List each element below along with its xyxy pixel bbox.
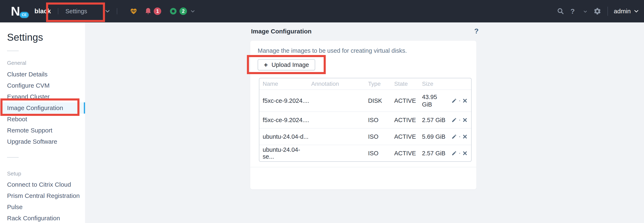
action-separator-dot — [459, 100, 460, 101]
help-chevron-down-icon[interactable] — [584, 10, 587, 13]
topbar: N CE black Settings 1 — [0, 0, 644, 23]
image-type: ISO — [368, 150, 394, 157]
user-chevron-down-icon — [634, 10, 638, 13]
delete-x-icon[interactable] — [462, 134, 468, 139]
image-type: ISO — [368, 133, 394, 140]
upload-button-label: Upload Image — [272, 62, 309, 68]
health-heart-icon[interactable] — [130, 8, 138, 15]
nav-dropdown-label: Settings — [65, 8, 87, 15]
column-header-size: Size — [422, 81, 448, 87]
help-question-icon[interactable]: ? — [570, 7, 575, 15]
topbar-divider — [608, 7, 608, 16]
sidebar-item-remote-support[interactable]: Remote Support — [0, 125, 85, 136]
sidebar-item-connect-to-citrix-cloud[interactable]: Connect to Citrix Cloud — [0, 179, 85, 190]
sidebar-item-prism-central-registration[interactable]: Prism Central Registration — [0, 190, 85, 201]
image-state: ACTIVE — [394, 133, 422, 140]
community-edition-badge: CE — [20, 12, 29, 18]
table-row: ubuntu-24.04-se... ISO ACTIVE 2.57 GiB — [259, 145, 471, 161]
sidebar-item-configure-cvm[interactable]: Configure CVM — [0, 80, 85, 91]
sidebar-item-reboot[interactable]: Reboot — [0, 114, 85, 125]
nutanix-logo[interactable]: N CE — [11, 4, 30, 19]
image-state: ACTIVE — [394, 97, 422, 104]
sidebar-divider — [7, 157, 19, 158]
image-name: ubuntu-24.04-se... — [259, 146, 311, 160]
plus-icon: + — [264, 62, 268, 68]
tasks-count-badge[interactable]: 2 — [180, 8, 187, 15]
image-state: ACTIVE — [394, 150, 422, 157]
card-description: Manage the images to be used for creatin… — [258, 47, 476, 54]
tasks-ring-icon[interactable] — [170, 8, 177, 15]
sidebar-item-expand-cluster[interactable]: Expand Cluster — [0, 91, 85, 102]
column-header-annotation: Annotation — [311, 81, 368, 87]
column-header-type: Type — [368, 81, 394, 87]
upload-image-button[interactable]: + Upload Image — [258, 59, 315, 70]
image-name: f5xc-ce-9.2024.... — [259, 97, 311, 104]
table-row: ubuntu-24.04-d... ISO ACTIVE 5.69 GiB — [259, 128, 471, 145]
image-type: ISO — [368, 117, 394, 124]
image-size: 2.57 GiB — [422, 149, 448, 157]
image-name: f5xc-ce-9.2024.... — [259, 117, 311, 124]
search-icon[interactable] — [557, 8, 564, 15]
edit-pencil-icon[interactable] — [452, 117, 457, 123]
image-type: DISK — [368, 97, 394, 104]
user-menu[interactable]: admin — [614, 8, 638, 15]
delete-x-icon[interactable] — [462, 98, 468, 103]
sidebar-item-pulse[interactable]: Pulse — [0, 201, 85, 213]
action-separator-dot — [459, 120, 460, 121]
sidebar-item-cluster-details[interactable]: Cluster Details — [0, 69, 85, 80]
table-row: f5xc-ce-9.2024.... DISK ACTIVE 43.95 GiB — [259, 90, 471, 112]
table-header-row: Name Annotation Type State Size — [259, 78, 471, 90]
delete-x-icon[interactable] — [462, 118, 468, 122]
sidebar-section-general: General — [7, 60, 85, 66]
sidebar-item-image-configuration[interactable]: Image Configuration — [0, 102, 85, 114]
settings-sidebar: Settings General Cluster Details Configu… — [0, 23, 85, 223]
alerts-bell-icon[interactable] — [144, 7, 152, 15]
sidebar-divider — [7, 51, 19, 51]
column-header-name: Name — [259, 81, 311, 87]
action-separator-dot — [459, 136, 460, 137]
gear-icon[interactable] — [594, 7, 601, 15]
image-configuration-card: Manage the images to be used for creatin… — [250, 41, 476, 189]
sidebar-item-rack-configuration[interactable]: Rack Configuration — [0, 213, 85, 223]
alerts-count-badge[interactable]: 1 — [154, 8, 161, 15]
page-help-icon[interactable]: ? — [474, 27, 479, 35]
delete-x-icon[interactable] — [462, 151, 468, 156]
table-row: f5xc-ce-9.2024.... ISO ACTIVE 2.57 GiB — [259, 112, 471, 128]
action-separator-dot — [459, 153, 460, 154]
sidebar-item-upgrade-software[interactable]: Upgrade Software — [0, 136, 85, 147]
image-name: ubuntu-24.04-d... — [259, 133, 311, 140]
edit-pencil-icon[interactable] — [452, 134, 457, 139]
sidebar-section-setup: Setup — [7, 170, 85, 177]
sidebar-title: Settings — [7, 32, 85, 43]
prism-settings-screen: N CE black Settings 1 — [0, 0, 644, 223]
image-size: 2.57 GiB — [422, 116, 448, 124]
tasks-chevron-down-icon[interactable] — [191, 10, 195, 13]
edit-pencil-icon[interactable] — [452, 150, 457, 156]
image-state: ACTIVE — [394, 117, 422, 124]
card-footer — [250, 167, 476, 189]
images-table: Name Annotation Type State Size f5xc-ce-… — [259, 78, 472, 162]
cluster-name: black — [34, 8, 51, 15]
settings-nav-dropdown[interactable]: Settings — [65, 8, 110, 15]
topbar-divider — [58, 8, 58, 14]
column-header-state: State — [394, 81, 422, 87]
image-size: 5.69 GiB — [422, 133, 448, 140]
image-size: 43.95 GiB — [422, 93, 448, 108]
username: admin — [614, 8, 631, 15]
edit-pencil-icon[interactable] — [452, 98, 457, 103]
topbar-divider — [117, 8, 117, 14]
chevron-down-icon — [105, 10, 110, 13]
page-title: Image Configuration — [251, 28, 312, 35]
